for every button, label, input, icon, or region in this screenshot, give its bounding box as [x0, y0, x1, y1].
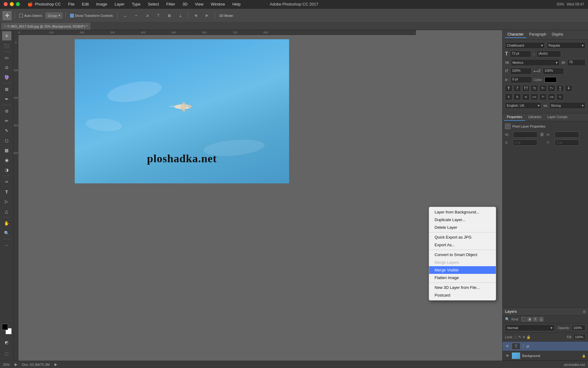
- fraction-btn[interactable]: ½: [556, 94, 564, 100]
- link-wh-icon[interactable]: ⛓: [539, 132, 545, 137]
- ctx-merge-visible[interactable]: Merge Visible: [429, 266, 496, 274]
- ctx-convert-smart[interactable]: Convert to Smart Object: [429, 251, 496, 259]
- move-tool-button[interactable]: ✛: [2, 11, 12, 20]
- subscript-style-btn[interactable]: T+: [548, 85, 555, 92]
- filter-type-icon[interactable]: T: [533, 317, 538, 322]
- blend-mode-dropdown[interactable]: Normal ▾: [505, 324, 555, 331]
- italic-style-btn[interactable]: T: [514, 85, 521, 92]
- ordinal-btn[interactable]: st: [522, 94, 530, 100]
- ctx-new-3d[interactable]: New 3D Layer from File...: [429, 284, 496, 291]
- x-input[interactable]: [513, 140, 537, 146]
- filter-pixel-icon[interactable]: ⬛: [521, 317, 526, 322]
- align-bottom-button[interactable]: ⊥: [176, 11, 185, 20]
- h-input[interactable]: [555, 132, 579, 138]
- filter-adjustment-icon[interactable]: ◑: [527, 317, 532, 322]
- align-right-button[interactable]: ⫡: [143, 11, 152, 20]
- smallcaps-style-btn[interactable]: Tt: [531, 85, 538, 92]
- pencil-tool[interactable]: ✎: [2, 126, 11, 135]
- lock-paint-icon[interactable]: ✎: [518, 335, 521, 339]
- tab-character[interactable]: Character: [505, 31, 526, 38]
- kerning-dropdown[interactable]: Metrics ▾: [511, 59, 560, 66]
- distribute-v-button[interactable]: ⫸: [202, 11, 212, 20]
- tab-glyphs[interactable]: Glyphs: [549, 31, 566, 38]
- align-center-h-button[interactable]: ⫟: [132, 11, 141, 20]
- horizontal-scale-input[interactable]: 100%: [543, 68, 564, 75]
- align-left-button[interactable]: ⫠: [121, 11, 130, 20]
- menu-help[interactable]: Help: [231, 1, 242, 7]
- menu-file[interactable]: File: [67, 1, 76, 7]
- auto-select-checkbox[interactable]: Auto-Select:: [18, 13, 44, 18]
- language-dropdown[interactable]: English: UK ▾: [505, 102, 541, 109]
- baseline-input[interactable]: 0 pt: [511, 76, 532, 83]
- vertical-scale-input[interactable]: 100%: [510, 68, 532, 75]
- ligature-fi-btn[interactable]: fi: [505, 94, 512, 100]
- screen-mode-button[interactable]: ⬚: [2, 349, 11, 358]
- tab-close-icon[interactable]: ×: [4, 25, 6, 28]
- w-input[interactable]: [513, 132, 537, 138]
- menu-photoshop[interactable]: Photoshop CC: [34, 1, 62, 7]
- menu-window[interactable]: Window: [209, 1, 226, 7]
- lock-position-icon[interactable]: ✛: [522, 335, 525, 339]
- fill-input[interactable]: [573, 334, 586, 340]
- brush-tool[interactable]: ✏: [2, 116, 11, 125]
- more-tools-button[interactable]: ···: [2, 240, 11, 250]
- ctx-quick-export[interactable]: Quick Export as JPG: [429, 233, 496, 241]
- menu-select[interactable]: Select: [147, 1, 160, 7]
- maximize-button[interactable]: [16, 2, 20, 6]
- 1st-btn[interactable]: 1st: [548, 94, 555, 100]
- lock-transparent-icon[interactable]: ⬚: [514, 335, 517, 339]
- gradient-tool[interactable]: ▦: [2, 146, 11, 155]
- pen-tool[interactable]: ✑: [2, 177, 11, 186]
- marquee-rect-tool[interactable]: ▭: [2, 53, 11, 62]
- layer-row-background[interactable]: 👁 Background 🔒: [503, 351, 588, 361]
- ctx-export-as[interactable]: Export As...: [429, 241, 496, 249]
- ctx-delete-layer[interactable]: Delete Layer: [429, 224, 496, 231]
- menu-3d[interactable]: 3D: [181, 1, 189, 7]
- close-button[interactable]: [4, 2, 8, 6]
- ligature-fl-btn[interactable]: ñ: [514, 94, 521, 100]
- superscript-style-btn[interactable]: T+: [539, 85, 547, 92]
- discretionary-btn[interactable]: AA: [531, 94, 538, 100]
- tab-libraries[interactable]: Libraries: [525, 113, 544, 121]
- leading-input[interactable]: (Auto): [537, 51, 561, 57]
- lock-all-icon[interactable]: 🔒: [526, 335, 531, 339]
- text-color-swatch[interactable]: [545, 77, 557, 82]
- path-select-tool[interactable]: ▷: [2, 197, 11, 206]
- mask-mode-button[interactable]: ◩: [2, 338, 11, 347]
- bold-style-btn[interactable]: T: [505, 85, 512, 92]
- quick-select-tool[interactable]: 🔮: [2, 73, 11, 82]
- ctx-postcard[interactable]: Postcard: [429, 291, 496, 299]
- tab-layer-comps[interactable]: Layer Comps: [544, 113, 570, 121]
- menu-view[interactable]: View: [194, 1, 205, 7]
- menu-filter[interactable]: Filter: [165, 1, 176, 7]
- foreground-color-swatch[interactable]: [2, 324, 8, 330]
- ctx-duplicate-layer[interactable]: Duplicate Layer...: [429, 216, 496, 224]
- canvas-area[interactable]: 0 100 200 300 400 500 600 700 800 0 100 …: [13, 30, 502, 361]
- allcaps-style-btn[interactable]: TT: [522, 85, 530, 92]
- filter-shape-icon[interactable]: △: [539, 317, 544, 322]
- font-family-dropdown[interactable]: Chalkboard ▾: [505, 42, 545, 49]
- superscript2-btn[interactable]: T²: [539, 94, 547, 100]
- tracking-input[interactable]: 70: [567, 59, 586, 66]
- tab-properties[interactable]: Properties: [504, 113, 525, 121]
- layer-row-text[interactable]: 👁 T T pl: [503, 342, 588, 351]
- heal-tool[interactable]: ⊘: [2, 106, 11, 116]
- menu-image[interactable]: Image: [95, 1, 108, 7]
- menu-edit[interactable]: Edit: [81, 1, 90, 7]
- y-input[interactable]: [555, 140, 579, 146]
- tab-paragraph[interactable]: Paragraph: [527, 31, 549, 38]
- type-tool[interactable]: T: [2, 187, 11, 196]
- dodge-tool[interactable]: ◑: [2, 165, 11, 174]
- menu-type[interactable]: Type: [131, 1, 142, 7]
- group-dropdown[interactable]: Group ▾: [46, 13, 62, 18]
- zoom-tool[interactable]: 🔍: [2, 228, 11, 238]
- traffic-lights[interactable]: [4, 2, 20, 6]
- crop-tool[interactable]: ⊠: [2, 85, 11, 94]
- layer-visibility-icon[interactable]: 👁: [505, 344, 510, 349]
- opacity-input[interactable]: [572, 325, 586, 331]
- eyedropper-tool[interactable]: ✒: [2, 94, 11, 104]
- move-tool[interactable]: ✛: [2, 31, 11, 40]
- hand-tool[interactable]: ✋: [2, 219, 11, 228]
- layers-collapse-icon[interactable]: ☰: [583, 310, 586, 313]
- font-size-input[interactable]: 72 pt: [510, 51, 531, 57]
